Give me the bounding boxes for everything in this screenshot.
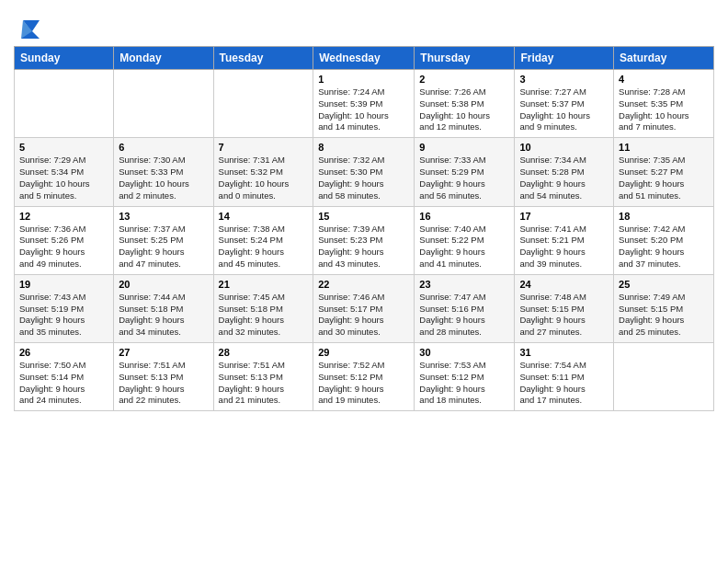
day-number: 20 [119, 279, 208, 290]
day-number: 7 [219, 142, 309, 153]
calendar-cell: 7Sunrise: 7:31 AM Sunset: 5:32 PM Daylig… [213, 138, 313, 206]
calendar-header-wednesday: Wednesday [313, 47, 415, 70]
day-number: 31 [519, 347, 609, 358]
calendar-table: SundayMondayTuesdayWednesdayThursdayFrid… [14, 46, 714, 411]
calendar-cell: 28Sunrise: 7:51 AM Sunset: 5:13 PM Dayli… [213, 343, 313, 411]
day-number: 15 [318, 211, 409, 222]
calendar-cell: 31Sunrise: 7:54 AM Sunset: 5:11 PM Dayli… [515, 343, 614, 411]
day-number: 11 [619, 142, 709, 153]
calendar-header-monday: Monday [114, 47, 213, 70]
calendar-cell: 5Sunrise: 7:29 AM Sunset: 5:34 PM Daylig… [15, 138, 114, 206]
header [14, 9, 714, 42]
day-info: Sunrise: 7:47 AM Sunset: 5:16 PM Dayligh… [419, 292, 509, 339]
day-info: Sunrise: 7:48 AM Sunset: 5:15 PM Dayligh… [519, 292, 609, 339]
day-info: Sunrise: 7:52 AM Sunset: 5:12 PM Dayligh… [318, 360, 409, 407]
day-info: Sunrise: 7:39 AM Sunset: 5:23 PM Dayligh… [318, 224, 409, 270]
calendar-cell: 9Sunrise: 7:33 AM Sunset: 5:29 PM Daylig… [415, 138, 515, 206]
day-number: 12 [19, 211, 108, 222]
logo-icon [14, 13, 43, 42]
day-info: Sunrise: 7:35 AM Sunset: 5:27 PM Dayligh… [619, 155, 709, 201]
day-number: 21 [219, 279, 309, 290]
calendar-cell: 12Sunrise: 7:36 AM Sunset: 5:26 PM Dayli… [15, 206, 114, 274]
day-info: Sunrise: 7:50 AM Sunset: 5:14 PM Dayligh… [19, 360, 108, 407]
day-info: Sunrise: 7:51 AM Sunset: 5:13 PM Dayligh… [119, 360, 208, 407]
calendar-cell: 21Sunrise: 7:45 AM Sunset: 5:18 PM Dayli… [213, 274, 313, 342]
day-info: Sunrise: 7:54 AM Sunset: 5:11 PM Dayligh… [519, 360, 609, 407]
day-number: 26 [19, 347, 108, 358]
day-info: Sunrise: 7:31 AM Sunset: 5:32 PM Dayligh… [219, 155, 309, 201]
day-info: Sunrise: 7:24 AM Sunset: 5:39 PM Dayligh… [318, 86, 409, 133]
calendar-week-row: 26Sunrise: 7:50 AM Sunset: 5:14 PM Dayli… [15, 343, 714, 411]
calendar-cell: 1Sunrise: 7:24 AM Sunset: 5:39 PM Daylig… [313, 70, 415, 138]
day-number: 2 [419, 74, 509, 85]
day-info: Sunrise: 7:43 AM Sunset: 5:19 PM Dayligh… [19, 292, 108, 339]
page-container: SundayMondayTuesdayWednesdayThursdayFrid… [0, 0, 728, 420]
calendar-cell: 20Sunrise: 7:44 AM Sunset: 5:18 PM Dayli… [114, 274, 213, 342]
day-info: Sunrise: 7:28 AM Sunset: 5:35 PM Dayligh… [619, 86, 709, 133]
day-number: 4 [619, 74, 709, 85]
day-info: Sunrise: 7:42 AM Sunset: 5:20 PM Dayligh… [619, 224, 709, 270]
day-info: Sunrise: 7:32 AM Sunset: 5:30 PM Dayligh… [318, 155, 409, 201]
calendar-week-row: 5Sunrise: 7:29 AM Sunset: 5:34 PM Daylig… [15, 138, 714, 206]
day-info: Sunrise: 7:38 AM Sunset: 5:24 PM Dayligh… [219, 224, 309, 270]
day-info: Sunrise: 7:51 AM Sunset: 5:13 PM Dayligh… [219, 360, 309, 407]
day-info: Sunrise: 7:37 AM Sunset: 5:25 PM Dayligh… [119, 224, 208, 270]
calendar-cell: 18Sunrise: 7:42 AM Sunset: 5:20 PM Dayli… [614, 206, 714, 274]
day-number: 9 [419, 142, 509, 153]
day-number: 24 [519, 279, 609, 290]
day-info: Sunrise: 7:45 AM Sunset: 5:18 PM Dayligh… [219, 292, 309, 339]
day-number: 10 [519, 142, 609, 153]
calendar-header-friday: Friday [515, 47, 614, 70]
calendar-header-row: SundayMondayTuesdayWednesdayThursdayFrid… [15, 47, 714, 70]
calendar-cell: 19Sunrise: 7:43 AM Sunset: 5:19 PM Dayli… [15, 274, 114, 342]
day-number: 29 [318, 347, 409, 358]
day-info: Sunrise: 7:44 AM Sunset: 5:18 PM Dayligh… [119, 292, 208, 339]
calendar-cell: 15Sunrise: 7:39 AM Sunset: 5:23 PM Dayli… [313, 206, 415, 274]
day-number: 3 [519, 74, 609, 85]
day-info: Sunrise: 7:27 AM Sunset: 5:37 PM Dayligh… [519, 86, 609, 133]
calendar-header-sunday: Sunday [15, 47, 114, 70]
day-number: 22 [318, 279, 409, 290]
day-number: 5 [19, 142, 108, 153]
calendar-cell: 27Sunrise: 7:51 AM Sunset: 5:13 PM Dayli… [114, 343, 213, 411]
calendar-cell: 22Sunrise: 7:46 AM Sunset: 5:17 PM Dayli… [313, 274, 415, 342]
day-number: 23 [419, 279, 509, 290]
day-info: Sunrise: 7:26 AM Sunset: 5:38 PM Dayligh… [419, 86, 509, 133]
day-info: Sunrise: 7:49 AM Sunset: 5:15 PM Dayligh… [619, 292, 709, 339]
calendar-cell: 10Sunrise: 7:34 AM Sunset: 5:28 PM Dayli… [515, 138, 614, 206]
day-info: Sunrise: 7:41 AM Sunset: 5:21 PM Dayligh… [519, 224, 609, 270]
day-number: 27 [119, 347, 208, 358]
calendar-cell: 30Sunrise: 7:53 AM Sunset: 5:12 PM Dayli… [415, 343, 515, 411]
day-number: 16 [419, 211, 509, 222]
day-info: Sunrise: 7:29 AM Sunset: 5:34 PM Dayligh… [19, 155, 108, 201]
calendar-cell: 17Sunrise: 7:41 AM Sunset: 5:21 PM Dayli… [515, 206, 614, 274]
calendar-cell: 4Sunrise: 7:28 AM Sunset: 5:35 PM Daylig… [614, 70, 714, 138]
calendar-cell: 16Sunrise: 7:40 AM Sunset: 5:22 PM Dayli… [415, 206, 515, 274]
calendar-week-row: 12Sunrise: 7:36 AM Sunset: 5:26 PM Dayli… [15, 206, 714, 274]
logo [14, 13, 43, 42]
calendar-cell [114, 70, 213, 138]
calendar-week-row: 19Sunrise: 7:43 AM Sunset: 5:19 PM Dayli… [15, 274, 714, 342]
day-info: Sunrise: 7:53 AM Sunset: 5:12 PM Dayligh… [419, 360, 509, 407]
day-number: 13 [119, 211, 208, 222]
calendar-cell: 24Sunrise: 7:48 AM Sunset: 5:15 PM Dayli… [515, 274, 614, 342]
day-number: 14 [219, 211, 309, 222]
calendar-cell: 26Sunrise: 7:50 AM Sunset: 5:14 PM Dayli… [15, 343, 114, 411]
calendar-cell: 2Sunrise: 7:26 AM Sunset: 5:38 PM Daylig… [415, 70, 515, 138]
day-info: Sunrise: 7:36 AM Sunset: 5:26 PM Dayligh… [19, 224, 108, 270]
day-number: 1 [318, 74, 409, 85]
day-number: 18 [619, 211, 709, 222]
day-number: 8 [318, 142, 409, 153]
calendar-cell: 25Sunrise: 7:49 AM Sunset: 5:15 PM Dayli… [614, 274, 714, 342]
day-number: 17 [519, 211, 609, 222]
day-number: 19 [19, 279, 108, 290]
day-info: Sunrise: 7:34 AM Sunset: 5:28 PM Dayligh… [519, 155, 609, 201]
day-info: Sunrise: 7:30 AM Sunset: 5:33 PM Dayligh… [119, 155, 208, 201]
calendar-cell: 29Sunrise: 7:52 AM Sunset: 5:12 PM Dayli… [313, 343, 415, 411]
day-info: Sunrise: 7:33 AM Sunset: 5:29 PM Dayligh… [419, 155, 509, 201]
day-number: 25 [619, 279, 709, 290]
calendar-cell [614, 343, 714, 411]
calendar-header-tuesday: Tuesday [213, 47, 313, 70]
day-number: 28 [219, 347, 309, 358]
calendar-cell: 3Sunrise: 7:27 AM Sunset: 5:37 PM Daylig… [515, 70, 614, 138]
